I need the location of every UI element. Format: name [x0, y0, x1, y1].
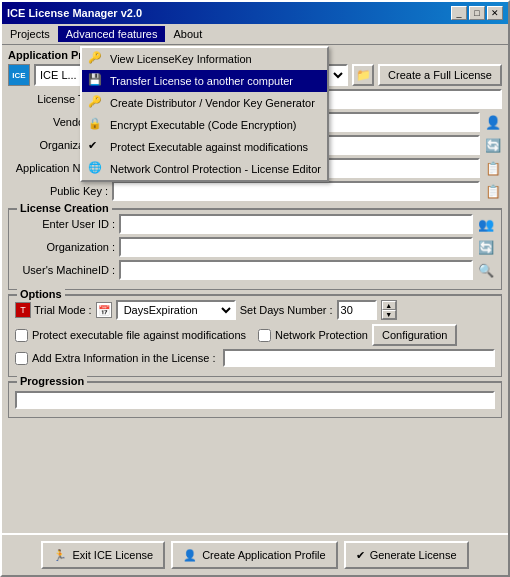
menu-item-view-key[interactable]: 🔑 View LicenseKey Information — [82, 48, 327, 70]
titlebar: ICE License Manager v2.0 _ □ ✕ — [2, 2, 508, 24]
distributor-icon: 🔑 — [88, 95, 104, 111]
org-icon: 🔄 — [484, 136, 502, 154]
app-name-icon: 📋 — [484, 159, 502, 177]
calendar-icon: 📅 — [96, 302, 112, 318]
options-section: Options T Trial Mode : 📅 DaysExpiration … — [8, 294, 502, 377]
encrypt-icon: 🔒 — [88, 117, 104, 133]
protect-checkbox[interactable] — [15, 329, 28, 342]
ice-icon: ICE — [8, 64, 30, 86]
advanced-dropdown-menu: 🔑 View LicenseKey Information 💾 Transfer… — [80, 46, 329, 182]
menu-about[interactable]: About — [165, 26, 210, 42]
public-key-label: Public Key : — [8, 185, 108, 197]
create-full-license-button[interactable]: Create a Full License — [378, 64, 502, 86]
vendor-id-icon: 👤 — [484, 113, 502, 131]
ice-logo: ICE — [8, 64, 30, 86]
public-key-row: Public Key : 📋 — [8, 181, 502, 201]
generate-icon: ✔ — [356, 549, 365, 562]
window-controls: _ □ ✕ — [451, 6, 503, 20]
bottom-bar: 🏃 Exit ICE License 👤 Create Application … — [2, 533, 508, 575]
user-id-input[interactable] — [119, 214, 473, 234]
machine-id-input[interactable] — [119, 260, 473, 280]
protect-icon: ✔ — [88, 139, 104, 155]
exit-button[interactable]: 🏃 Exit ICE License — [41, 541, 165, 569]
network-protection-label: Network Protection — [275, 329, 368, 341]
user-id-icon: 👥 — [477, 215, 495, 233]
progression-bar — [15, 391, 495, 409]
machine-id-icon: 🔍 — [477, 261, 495, 279]
trial-icon: T — [15, 302, 31, 318]
menu-item-network[interactable]: 🌐 Network Control Protection - License E… — [82, 158, 327, 180]
app-profile-add-button[interactable]: 📁 — [352, 64, 374, 86]
network-icon: 🌐 — [88, 161, 104, 177]
days-expiration-select[interactable]: DaysExpiration — [116, 300, 236, 320]
protect-label: Protect executable file against modifica… — [32, 329, 246, 341]
key-icon: 🔑 — [88, 51, 104, 67]
public-key-input[interactable] — [112, 181, 480, 201]
lc-org-input[interactable] — [119, 237, 473, 257]
public-key-icon: 📋 — [484, 182, 502, 200]
progression-section: Progression — [8, 381, 502, 418]
generate-license-button[interactable]: ✔ Generate License — [344, 541, 469, 569]
menu-projects[interactable]: Projects — [2, 26, 58, 42]
set-days-label: Set Days Number : — [240, 304, 333, 316]
configuration-button[interactable]: Configuration — [372, 324, 457, 346]
trial-mode-indicator: T Trial Mode : — [15, 302, 92, 318]
main-window: ICE License Manager v2.0 _ □ ✕ Projects … — [0, 0, 510, 577]
license-creation-label: License Creation — [17, 202, 112, 214]
exit-icon: 🏃 — [53, 549, 67, 562]
menu-item-distributor[interactable]: 🔑 Create Distributor / Vendor Key Genera… — [82, 92, 327, 114]
menu-item-encrypt[interactable]: 🔒 Encrypt Executable (Code Encryption) — [82, 114, 327, 136]
trial-mode-calendar: 📅 — [96, 302, 112, 318]
lc-org-row: Organization : 🔄 — [15, 237, 495, 257]
days-spinner[interactable]: ▲ ▼ — [381, 300, 397, 320]
trial-mode-row: T Trial Mode : 📅 DaysExpiration Set Days… — [15, 300, 495, 320]
menu-item-transfer[interactable]: 💾 Transfer License to another computer — [82, 70, 327, 92]
minimize-button[interactable]: _ — [451, 6, 467, 20]
menubar: Projects Advanced features About 🔑 View … — [2, 24, 508, 45]
lc-org-label: Organization : — [15, 241, 115, 253]
extra-info-row: Add Extra Information in the License : — [15, 349, 495, 367]
create-profile-button[interactable]: 👤 Create Application Profile — [171, 541, 338, 569]
license-creation-section: License Creation Enter User ID : 👥 Organ… — [8, 208, 502, 290]
user-id-label: Enter User ID : — [15, 218, 115, 230]
window-title: ICE License Manager v2.0 — [7, 7, 142, 19]
create-icon: 👤 — [183, 549, 197, 562]
days-number-input[interactable] — [337, 300, 377, 320]
user-id-row: Enter User ID : 👥 — [15, 214, 495, 234]
options-label: Options — [17, 288, 65, 300]
machine-id-row: User's MachineID : 🔍 — [15, 260, 495, 280]
extra-info-input[interactable] — [223, 349, 495, 367]
menu-item-protect[interactable]: ✔ Protect Executable against modificatio… — [82, 136, 327, 158]
menu-advanced[interactable]: Advanced features — [58, 26, 166, 42]
spinner-up-button[interactable]: ▲ — [382, 301, 396, 310]
network-protection-checkbox[interactable] — [258, 329, 271, 342]
lc-org-icon: 🔄 — [477, 238, 495, 256]
maximize-button[interactable]: □ — [469, 6, 485, 20]
close-button[interactable]: ✕ — [487, 6, 503, 20]
extra-info-checkbox[interactable] — [15, 352, 28, 365]
extra-info-label: Add Extra Information in the License : — [32, 352, 215, 364]
spinner-down-button[interactable]: ▼ — [382, 310, 396, 319]
transfer-icon: 💾 — [88, 73, 104, 89]
machine-id-label: User's MachineID : — [15, 264, 115, 276]
trial-mode-label: Trial Mode : — [34, 304, 92, 316]
progression-label: Progression — [17, 375, 87, 387]
protect-row: Protect executable file against modifica… — [15, 324, 495, 346]
